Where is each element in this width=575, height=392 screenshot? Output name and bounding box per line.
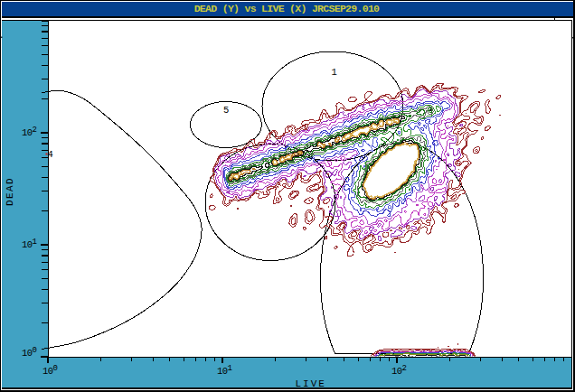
svg-text:DEAD: DEAD	[5, 177, 15, 206]
svg-text:2: 2	[402, 364, 407, 373]
svg-text:1: 1	[33, 238, 37, 247]
svg-text:4: 4	[48, 149, 53, 160]
svg-text:DEAD (Y) vs LIVE (X) JRCSEP29.: DEAD (Y) vs LIVE (X) JRCSEP29.010	[194, 3, 380, 14]
svg-text:10: 10	[22, 239, 33, 250]
svg-text:10: 10	[391, 366, 402, 377]
svg-text:10: 10	[217, 366, 228, 377]
svg-text:1: 1	[332, 67, 337, 78]
svg-text:LIVE: LIVE	[296, 378, 326, 389]
svg-text:1: 1	[228, 364, 232, 373]
svg-text:2: 2	[33, 126, 37, 135]
svg-text:10: 10	[22, 127, 33, 138]
svg-text:0: 0	[53, 364, 58, 373]
svg-text:10: 10	[22, 348, 33, 359]
svg-text:5: 5	[223, 105, 229, 116]
svg-text:0: 0	[33, 346, 37, 355]
svg-text:10: 10	[42, 366, 53, 377]
